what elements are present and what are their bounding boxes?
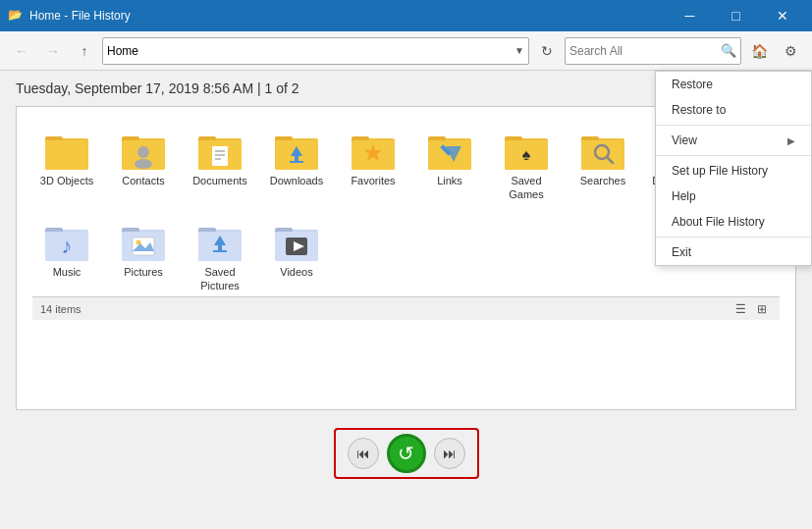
svg-rect-20 [290,161,303,163]
svg-rect-11 [212,146,228,166]
menu-item-help[interactable]: Help [656,184,811,209]
file-label-contacts: Contacts [122,174,164,187]
svg-text:♪: ♪ [62,234,73,258]
folder-documents-icon [196,127,244,174]
playback-controls-box: ⏮ ↺ ⏭ [334,428,479,479]
title-bar-left: 📂 Home - File History [8,8,131,24]
bottom-controls: ⏮ ↺ ⏭ [0,420,812,487]
file-item-links[interactable]: Links [415,123,484,191]
menu-separator-2 [656,155,811,156]
address-bar: ← → ↑ ▼ ↻ 🔍 🏠 ⚙ [0,31,812,71]
folder-saved-games-icon: ♠ [503,127,550,174]
settings-button[interactable]: ⚙ [777,37,804,65]
file-label-saved-games: Saved Games [496,174,557,202]
restore-button[interactable]: ↺ [387,434,426,473]
address-bar-input-wrap: ▼ [102,37,529,65]
maximize-button[interactable]: □ [714,0,758,31]
file-label-pictures: Pictures [124,265,163,279]
file-item-contacts[interactable]: Contacts [109,123,178,191]
folder-searches-icon [579,127,626,174]
file-label-saved-pictures: Saved Pictures [189,265,250,293]
file-item-saved-games[interactable]: ♠ Saved Games [492,123,561,206]
folder-pictures-icon [120,218,167,265]
address-input[interactable] [107,44,514,58]
menu-item-exit[interactable]: Exit [656,239,811,265]
file-item-pictures[interactable]: Pictures [109,214,178,283]
file-label-downloads: Downloads [270,174,323,187]
svg-rect-2 [45,140,88,170]
file-item-favorites[interactable]: Favorites [339,123,407,191]
svg-rect-19 [295,156,298,161]
file-label-3d-objects: 3D Objects [40,174,93,187]
address-dropdown-button[interactable]: ▼ [514,45,524,56]
forward-button[interactable]: → [39,37,67,65]
menu-separator-3 [656,237,811,238]
menu-item-restore-to[interactable]: Restore to [656,97,811,123]
search-input[interactable] [569,44,721,58]
svg-rect-27 [428,140,471,170]
window-controls: ─ □ ✕ [668,0,804,31]
grid-view-button[interactable]: ⊞ [752,299,772,319]
menu-item-about[interactable]: About File History [656,209,811,235]
home-button[interactable]: 🏠 [745,37,773,65]
svg-text:♠: ♠ [522,146,531,163]
back-button[interactable]: ← [8,37,35,65]
file-label-favorites: Favorites [351,174,395,187]
up-button[interactable]: ↑ [71,37,98,65]
minimize-button[interactable]: ─ [668,0,712,31]
folder-music-icon: ♪ [43,218,90,265]
folder-saved-pictures-icon [196,218,244,265]
status-bar: 14 items ☰ ⊞ [32,296,780,320]
file-item-downloads[interactable]: Downloads [262,123,331,191]
first-button[interactable]: ⏮ [348,438,379,469]
file-item-3d-objects[interactable]: 3D Objects [32,123,101,191]
title-bar-title: Home - File History [29,9,131,23]
file-item-documents1[interactable]: Documents [186,123,254,191]
folder-links-icon [426,127,473,174]
file-item-videos[interactable]: Videos [262,214,331,283]
app-icon: 📂 [8,8,24,24]
file-item-music[interactable]: ♪ Music [32,214,101,283]
menu-view-label: View [672,133,697,147]
folder-videos-icon [273,218,320,265]
file-item-saved-pictures[interactable]: Saved Pictures [186,214,254,297]
view-buttons: ☰ ⊞ [731,299,772,319]
menu-separator-1 [656,125,811,126]
folder-contacts-icon [120,127,167,174]
file-label-links: Links [437,174,462,187]
menu-view-arrow: ▶ [787,135,795,146]
close-button[interactable]: ✕ [760,0,804,31]
svg-point-6 [137,146,149,158]
refresh-button[interactable]: ↻ [533,37,561,65]
menu-help-label: Help [672,189,696,203]
file-label-searches: Searches [580,174,625,187]
svg-rect-61 [213,250,227,252]
file-label-videos: Videos [280,265,312,279]
menu-restore-to-label: Restore to [672,103,726,117]
menu-item-restore[interactable]: Restore [656,72,811,97]
list-view-button[interactable]: ☰ [731,299,750,319]
search-wrap: 🔍 [565,37,741,65]
menu-item-view[interactable]: View ▶ [656,128,811,153]
context-menu: Restore Restore to View ▶ Set up File Hi… [655,71,812,266]
menu-setup-label: Set up File History [672,164,768,178]
file-item-searches[interactable]: Searches [568,123,637,191]
item-count: 14 items [40,303,81,315]
menu-restore-label: Restore [672,78,713,91]
title-bar: 📂 Home - File History ─ □ ✕ [0,0,812,31]
folder-downloads-icon [273,127,320,174]
file-label-music: Music [53,265,81,279]
svg-point-7 [135,159,152,169]
svg-rect-60 [218,245,222,250]
search-button[interactable]: 🔍 [721,43,736,58]
menu-item-setup[interactable]: Set up File History [656,158,811,184]
menu-exit-label: Exit [672,245,691,259]
file-label-documents1: Documents [192,174,247,187]
last-button[interactable]: ⏭ [434,438,465,469]
menu-about-label: About File History [672,215,765,229]
folder-3d-icon [43,127,90,174]
folder-favorites-icon [350,127,397,174]
